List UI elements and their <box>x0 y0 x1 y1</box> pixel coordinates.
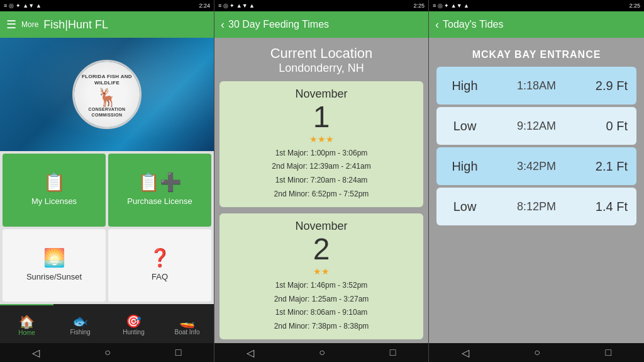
day1-month: November <box>295 88 347 101</box>
tide-time-3: 3:42PM <box>487 160 586 173</box>
tide-row-2: Low 9:12AM 0 Ft <box>436 107 636 145</box>
back-sys-btn-3[interactable]: ◁ <box>462 347 469 359</box>
day1-times: 1st Major: 1:00pm - 3:06pm 2nd Major: 12… <box>272 147 370 201</box>
back-sys-btn-2[interactable]: ◁ <box>247 347 254 359</box>
day2-stars: ★★ <box>313 266 330 276</box>
tides-location: MCKAY BAY ENTRANCE <box>436 44 636 67</box>
recent-sys-btn-2[interactable]: □ <box>390 347 396 358</box>
tides-table: High 1:18AM 2.9 Ft Low 9:12AM 0 Ft High … <box>436 67 636 337</box>
status3-right: 2:25 <box>629 3 640 9</box>
tide-type-3: High <box>436 159 487 174</box>
fwc-logo: FLORIDA FISH AND WILDLIFE 🦌 CONSERVATION… <box>72 60 142 129</box>
time-1: 2:24 <box>199 3 210 9</box>
day2-time-4: 2nd Minor: 7:38pm - 8:38pm <box>274 320 369 334</box>
back-arrow-2[interactable]: ‹ <box>221 18 225 31</box>
back-sys-btn[interactable]: ◁ <box>32 347 40 359</box>
home-nav-label: Home <box>18 329 35 336</box>
p2-icons: ≡ ◎ ✦ ▲▼ ▲ <box>218 3 255 9</box>
day1-stars: ★★★ <box>309 134 334 144</box>
menu-item-faq[interactable]: ❓ FAQ <box>108 229 211 302</box>
p3-icons: ≡ ◎ ✦ ▲▼ ▲ <box>433 3 469 9</box>
logo-text-bottom: CONSERVATIONCOMMISSION <box>89 106 126 118</box>
panel-tides: ≡ ◎ ✦ ▲▼ ▲ 2:25 ‹ Today's Tides MCKAY BA… <box>429 0 644 362</box>
menu-item-purchase[interactable]: 📋➕ Purchase License <box>108 154 211 227</box>
status-left-icons: ≡ ◎ ✦ ▲▼ ▲ <box>4 3 42 9</box>
hunting-icon: 🎯 <box>126 315 142 327</box>
sunrise-label: Sunrise/Sunset <box>26 272 82 281</box>
feeding-times-body: Current Location Londonderry, NH Novembe… <box>214 38 428 343</box>
system-bar-1: ◁ ○ □ <box>0 343 214 362</box>
purchase-icon: 📋➕ <box>138 174 182 191</box>
hero-section: FLORIDA FISH AND WILDLIFE 🦌 CONSERVATION… <box>0 38 214 151</box>
status-bar-3: ≡ ◎ ✦ ▲▼ ▲ 2:25 <box>429 0 644 11</box>
licenses-icon: 📋 <box>43 174 65 191</box>
day1-time-2: 2nd Major: 12:39am - 2:41am <box>272 160 370 174</box>
tide-type-1: High <box>436 79 487 93</box>
day2-month: November <box>295 220 347 233</box>
home-sys-btn-2[interactable]: ○ <box>319 347 325 358</box>
licenses-label: My Licenses <box>31 196 77 206</box>
more-label[interactable]: More <box>21 20 38 29</box>
day2-times: 1st Major: 1:46pm - 3:52pm 2nd Major: 1:… <box>274 279 369 333</box>
tides-title: Today's Tides <box>443 19 503 30</box>
tide-type-2: Low <box>436 119 487 133</box>
panel-fishhunt: ≡ ◎ ✦ ▲▼ ▲ 2:24 ☰ More Fish|Hunt FL FLOR… <box>0 0 214 362</box>
nav-boat-info[interactable]: 🚤 Boat Info <box>160 304 214 343</box>
day1-time-3: 1st Minor: 7:20am - 8:24am <box>272 174 370 188</box>
nav-fishing[interactable]: 🐟 Fishing <box>53 304 107 343</box>
status2-left: ≡ ◎ ✦ ▲▼ ▲ <box>218 3 255 9</box>
hunting-nav-label: Hunting <box>123 329 144 336</box>
tide-height-1: 2.9 Ft <box>586 79 636 93</box>
location-header: Current Location Londonderry, NH <box>270 45 373 75</box>
status-bar-1: ≡ ◎ ✦ ▲▼ ▲ 2:24 <box>0 0 214 11</box>
back-arrow-3[interactable]: ‹ <box>435 18 439 31</box>
time-3: 2:25 <box>629 3 640 9</box>
day1-number: 1 <box>313 101 330 134</box>
fishing-nav-label: Fishing <box>70 329 90 336</box>
day1-time-1: 1st Major: 1:00pm - 3:06pm <box>272 147 370 161</box>
nav-home[interactable]: 🏠 Home <box>0 304 53 343</box>
tide-type-4: Low <box>436 200 487 214</box>
tide-row-1: High 1:18AM 2.9 Ft <box>436 67 636 105</box>
location-subtitle: Londonderry, NH <box>270 62 373 75</box>
tide-height-4: 1.4 Ft <box>586 200 636 214</box>
signal-icon: ▲ <box>36 3 42 9</box>
app-title: Fish|Hunt FL <box>43 18 108 31</box>
notification-icon: ◎ <box>9 3 14 9</box>
nav-hunting[interactable]: 🎯 Hunting <box>107 304 160 343</box>
status2-right: 2:25 <box>413 3 425 9</box>
tide-time-1: 1:18AM <box>487 79 586 93</box>
day2-time-1: 1st Major: 1:46pm - 3:52pm <box>274 279 369 293</box>
system-bar-2: ◁ ○ □ <box>214 343 428 362</box>
home-sys-btn[interactable]: ○ <box>104 347 111 358</box>
wifi-icon: ▲▼ <box>23 3 34 9</box>
feeding-times-title: 30 Day Feeding Times <box>228 19 329 30</box>
fishing-icon: 🐟 <box>72 315 88 327</box>
panel3-header: ‹ Today's Tides <box>429 11 644 38</box>
system-bar-3: ◁ ○ □ <box>429 343 644 362</box>
tides-body: MCKAY BAY ENTRANCE High 1:18AM 2.9 Ft Lo… <box>429 38 644 343</box>
app-header-1: ☰ More Fish|Hunt FL <box>0 11 214 38</box>
status-right: 2:24 <box>199 3 210 9</box>
tide-height-3: 2.1 Ft <box>586 159 636 174</box>
menu-item-licenses[interactable]: 📋 My Licenses <box>3 154 106 227</box>
faq-label: FAQ <box>152 272 168 281</box>
tide-row-3: High 3:42PM 2.1 Ft <box>436 147 636 185</box>
recent-sys-btn-3[interactable]: □ <box>606 347 612 358</box>
home-sys-btn-3[interactable]: ○ <box>534 347 540 358</box>
day2-time-3: 1st Minor: 8:06am - 9:10am <box>274 306 369 320</box>
status-bar-2: ≡ ◎ ✦ ▲▼ ▲ 2:25 <box>214 0 428 11</box>
logo-inner: FLORIDA FISH AND WILDLIFE 🦌 CONSERVATION… <box>74 62 140 127</box>
hamburger-icon[interactable]: ☰ <box>6 18 16 31</box>
deer-icon: 🦌 <box>96 89 118 106</box>
logo-text-top: FLORIDA FISH AND WILDLIFE <box>74 71 140 89</box>
day-card-2: November 2 ★★ 1st Major: 1:46pm - 3:52pm… <box>219 213 423 339</box>
menu-icon: ≡ <box>4 3 7 9</box>
menu-item-sunrise[interactable]: 🌅 Sunrise/Sunset <box>3 229 106 302</box>
recent-sys-btn[interactable]: □ <box>175 347 182 358</box>
bt-icon: ✦ <box>16 3 21 9</box>
purchase-label: Purchase License <box>127 196 192 206</box>
panel-feeding-times: ≡ ◎ ✦ ▲▼ ▲ 2:25 ‹ 30 Day Feeding Times C… <box>214 0 429 362</box>
day2-number: 2 <box>313 233 330 266</box>
sunrise-icon: 🌅 <box>43 249 65 267</box>
